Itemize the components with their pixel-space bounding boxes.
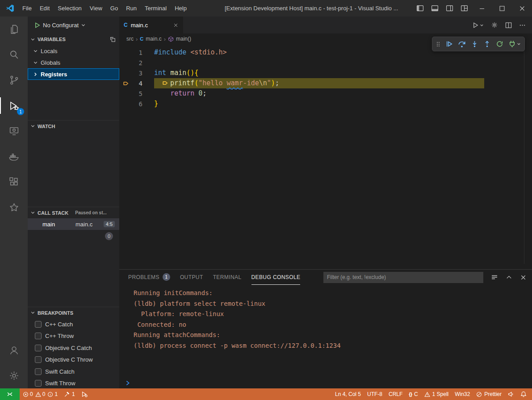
tab-close-icon[interactable] — [173, 22, 179, 28]
call-stack-section-header[interactable]: CALL STACK Paused on st... — [28, 207, 119, 218]
split-editor-icon[interactable] — [505, 22, 512, 29]
editor-settings-gear-icon[interactable] — [491, 21, 498, 29]
explorer-icon[interactable] — [0, 17, 28, 42]
maximize-button[interactable] — [492, 0, 512, 17]
run-file-button[interactable] — [472, 22, 484, 29]
current-line-arrow-icon[interactable] — [119, 80, 133, 87]
formatter-indicator[interactable]: Prettier — [473, 388, 505, 400]
debug-config-dropdown[interactable]: No Configurat — [43, 22, 79, 29]
restart-button[interactable] — [496, 40, 503, 48]
problems-indicator[interactable]: 0 0 1 — [20, 388, 61, 400]
variables-section-header[interactable]: VARIABLES — [28, 33, 119, 45]
tab-main-c[interactable]: C main.c — [119, 17, 183, 33]
checkbox[interactable] — [35, 333, 42, 339]
source-control-icon[interactable] — [0, 67, 28, 93]
watch-section-header[interactable]: WATCH — [28, 120, 119, 132]
inline-breakpoint-icon[interactable] — [162, 79, 170, 89]
announcement-icon[interactable] — [505, 388, 517, 400]
breakpoint-label: Objective C Catch — [45, 345, 92, 351]
close-button[interactable] — [512, 0, 532, 17]
minimize-button[interactable] — [472, 0, 492, 17]
maximize-panel-icon[interactable] — [506, 274, 512, 281]
breadcrumb-folder[interactable]: src — [126, 36, 134, 42]
breakpoint-item-swift-throw[interactable]: Swift Throw — [28, 378, 119, 389]
step-over-button[interactable] — [458, 40, 466, 48]
menu-view[interactable]: View — [86, 0, 106, 17]
close-panel-icon[interactable] — [520, 274, 527, 281]
code-line-4[interactable]: 4 printf("hello wamr-ide\n"); — [119, 78, 532, 88]
console-prompt-icon[interactable] — [125, 380, 131, 386]
checkbox[interactable] — [35, 345, 42, 351]
panel-tab-problems[interactable]: PROBLEMS1 — [128, 270, 170, 285]
search-icon[interactable] — [0, 42, 28, 67]
frame-position-badge: 4:5 — [104, 221, 115, 227]
menu-go[interactable]: Go — [106, 0, 122, 17]
step-out-button[interactable] — [483, 40, 491, 48]
disconnect-button[interactable] — [508, 40, 521, 48]
editor-more-actions-icon[interactable] — [519, 22, 526, 29]
debug-config-row[interactable]: No Configurat — [28, 17, 119, 33]
call-stack-frame[interactable]: main main.c 4:5 — [28, 218, 119, 230]
spell-checker-indicator[interactable]: 1 Spell — [421, 388, 452, 400]
breakpoints-section-header[interactable]: BREAKPOINTS — [28, 307, 119, 318]
language-indicator[interactable]: {} C — [406, 388, 421, 400]
customize-layout-icon[interactable] — [457, 0, 472, 17]
variables-item-globals[interactable]: Globals — [28, 57, 119, 68]
code-line-2[interactable]: 2 — [119, 58, 532, 68]
step-into-button[interactable] — [471, 40, 478, 48]
console-options-icon[interactable] — [491, 274, 498, 281]
console-filter-input[interactable] — [323, 272, 483, 283]
eol-indicator[interactable]: CRLF — [385, 388, 406, 400]
toggle-secondary-sidebar-icon[interactable] — [442, 0, 457, 17]
platform-indicator[interactable]: Win32 — [452, 388, 473, 400]
run-debug-icon[interactable]: 1 — [0, 93, 28, 118]
panel-tab-terminal[interactable]: TERMINAL — [213, 270, 242, 285]
star-icon[interactable] — [0, 195, 28, 220]
toggle-sidebar-icon[interactable] — [413, 0, 427, 17]
menu-selection[interactable]: Selection — [54, 0, 85, 17]
menu-run[interactable]: Run — [122, 0, 141, 17]
account-icon[interactable] — [0, 338, 28, 363]
panel-tab-output[interactable]: OUTPUT — [180, 270, 203, 285]
breakpoint-item-c-throw[interactable]: C++ Throw — [28, 330, 119, 342]
code-line-6[interactable]: 6} — [119, 99, 532, 109]
breakpoint-item-c-catch[interactable]: C++ Catch — [28, 318, 119, 330]
code-line-3[interactable]: 3int main(){ — [119, 68, 532, 78]
tools-indicator[interactable]: 1 — [61, 388, 78, 400]
code-editor[interactable]: 1#include <stdio.h>23int main(){4 printf… — [119, 44, 532, 269]
panel-tab-debug-console[interactable]: DEBUG CONSOLE — [251, 270, 301, 285]
breadcrumb-symbol[interactable]: main() — [176, 36, 191, 42]
collapse-all-icon[interactable] — [109, 36, 116, 42]
encoding-indicator[interactable]: UTF-8 — [364, 388, 385, 400]
remote-indicator[interactable] — [0, 388, 20, 400]
menu-terminal[interactable]: Terminal — [141, 0, 171, 17]
notifications-bell-icon[interactable] — [517, 388, 530, 400]
variables-item-registers[interactable]: Registers — [28, 68, 119, 80]
checkbox[interactable] — [35, 380, 42, 387]
breadcrumb-file[interactable]: main.c — [146, 36, 161, 42]
checkbox[interactable] — [35, 368, 42, 375]
settings-gear-icon[interactable] — [0, 363, 28, 388]
section-title: VARIABLES — [38, 37, 66, 42]
debug-launch-indicator[interactable] — [78, 388, 91, 400]
code-line-5[interactable]: 5 return 0; — [119, 88, 532, 99]
checkbox[interactable] — [35, 321, 42, 328]
breakpoint-item-swift-catch[interactable]: Swift Catch — [28, 366, 119, 378]
checkbox[interactable] — [35, 356, 42, 363]
breakpoint-item-objective-c-catch[interactable]: Objective C Catch — [28, 342, 119, 354]
menu-file[interactable]: File — [18, 0, 36, 17]
docker-icon[interactable] — [0, 144, 28, 169]
breakpoint-item-objective-c-throw[interactable]: Objective C Throw — [28, 354, 119, 366]
toolbar-drag-handle[interactable] — [436, 41, 440, 48]
editor-area: C main.c src C main.c main() 1#include <… — [119, 17, 532, 388]
menu-help[interactable]: Help — [171, 0, 191, 17]
menu-edit[interactable]: Edit — [36, 0, 54, 17]
remote-explorer-icon[interactable] — [0, 118, 28, 144]
debug-console-output[interactable]: Running initCommands:(lldb) platform sel… — [119, 285, 532, 388]
extensions-icon[interactable] — [0, 169, 28, 195]
toggle-panel-icon[interactable] — [427, 0, 442, 17]
start-debugging-icon[interactable] — [34, 22, 41, 29]
variables-item-locals[interactable]: Locals — [28, 45, 119, 57]
continue-button[interactable] — [445, 40, 453, 48]
cursor-position[interactable]: Ln 4, Col 5 — [332, 388, 364, 400]
